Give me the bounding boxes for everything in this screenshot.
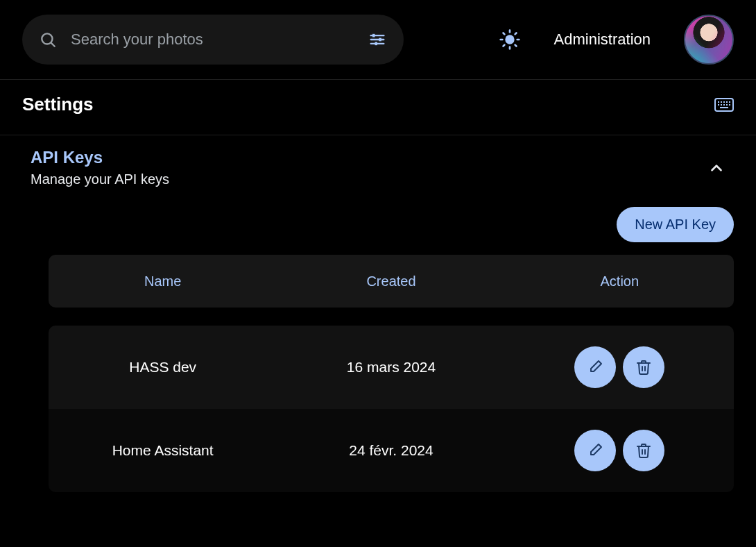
top-bar: Administration (0, 0, 756, 79)
svg-rect-26 (726, 104, 728, 106)
svg-rect-19 (721, 101, 722, 103)
page-title: Settings (22, 94, 94, 115)
search-input[interactable] (71, 31, 354, 49)
theme-toggle-icon[interactable] (499, 28, 521, 51)
settings-header: Settings (0, 80, 756, 135)
cell-actions (506, 430, 734, 471)
svg-line-1 (51, 43, 55, 47)
pencil-icon (587, 359, 603, 376)
svg-line-15 (503, 45, 504, 47)
cell-name: HASS dev (49, 359, 277, 376)
svg-rect-24 (721, 104, 722, 106)
svg-rect-6 (379, 38, 381, 42)
delete-button[interactable] (623, 346, 664, 388)
filter-icon[interactable] (368, 30, 387, 49)
pencil-icon (587, 442, 603, 459)
section-subtitle: Manage your API keys (31, 171, 169, 187)
svg-rect-5 (372, 34, 375, 37)
svg-rect-23 (718, 104, 719, 106)
svg-rect-18 (718, 101, 719, 103)
api-keys-table: Name Created Action HASS dev 16 mars 202… (0, 255, 756, 492)
edit-button[interactable] (574, 430, 616, 471)
search-icon (39, 31, 57, 49)
svg-point-8 (505, 35, 514, 44)
svg-rect-7 (375, 42, 378, 46)
cell-name: Home Assistant (49, 442, 277, 459)
delete-button[interactable] (623, 430, 664, 471)
svg-rect-20 (723, 101, 725, 103)
svg-rect-21 (726, 101, 728, 103)
table-header: Name Created Action (49, 255, 734, 308)
trash-icon (635, 442, 652, 459)
cell-actions (506, 346, 734, 388)
section-actions: New API Key (0, 194, 756, 255)
trash-icon (635, 359, 652, 376)
edit-button[interactable] (574, 346, 616, 388)
search-box[interactable] (22, 15, 404, 65)
table-row: Home Assistant 24 févr. 2024 (49, 409, 734, 492)
column-header-name: Name (49, 274, 277, 289)
cell-created: 24 févr. 2024 (277, 442, 505, 459)
section-header[interactable]: API Keys Manage your API keys (0, 135, 756, 194)
svg-rect-25 (723, 104, 725, 106)
table-row: HASS dev 16 mars 2024 (49, 326, 734, 409)
cell-created: 16 mars 2024 (277, 359, 505, 376)
svg-rect-27 (729, 104, 730, 106)
avatar[interactable] (684, 15, 734, 65)
svg-rect-28 (720, 107, 728, 108)
column-header-created: Created (277, 274, 505, 289)
section-title: API Keys (31, 148, 169, 167)
column-header-action: Action (506, 274, 734, 289)
svg-line-16 (515, 33, 516, 35)
keyboard-icon[interactable] (714, 98, 734, 112)
svg-rect-22 (729, 101, 730, 103)
svg-line-14 (515, 45, 516, 47)
administration-link[interactable]: Administration (554, 31, 651, 49)
chevron-up-icon[interactable] (707, 159, 725, 177)
new-api-key-button[interactable]: New API Key (617, 207, 734, 242)
svg-line-13 (503, 33, 504, 35)
